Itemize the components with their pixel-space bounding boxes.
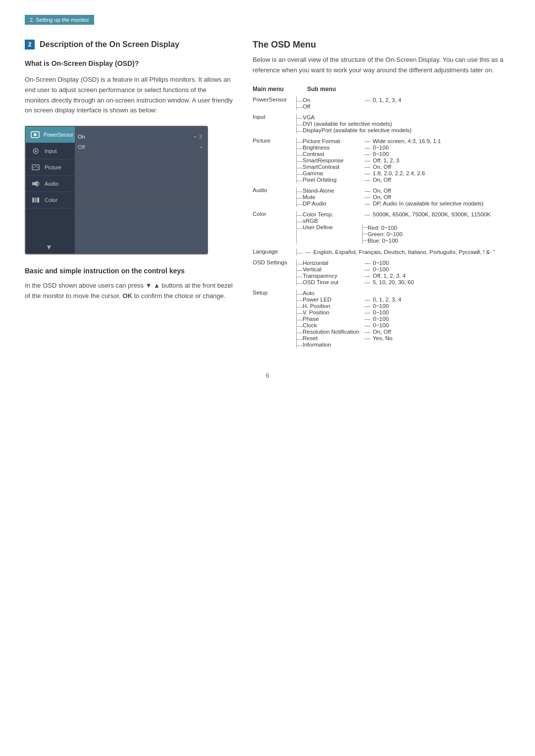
color-blue-row: Blue: 0~100	[363, 238, 403, 244]
color-userdefine-row: User Define Red: 0~100 Green: 0~100	[297, 224, 510, 244]
svg-line-6	[36, 166, 39, 168]
picture-smartresponse-row: SmartResponse — Off, 1, 2, 3	[297, 157, 510, 163]
tree-picture: Picture Picture Format — Wide screen, 4:…	[253, 138, 510, 183]
osd-off-value: •	[200, 144, 202, 150]
osd-horizontal-row: Horizontal — 0~100	[297, 260, 510, 266]
picture-contrast-row: Contrast — 0~100	[297, 151, 510, 157]
picture-smartcontrast-values: On, Off	[373, 164, 391, 170]
picture-smartcontrast-label: SmartContrast	[303, 164, 362, 170]
osd-row-blank3	[78, 166, 202, 173]
osd-horizontal-values: 0~100	[373, 260, 389, 266]
picture-brightness-label: Brightness	[303, 145, 362, 151]
setup-hposition-values: 0~100	[373, 303, 389, 309]
osd-menu-color-label: Color	[45, 197, 57, 203]
osd-settings-branch: Horizontal — 0~100 Vertical — 0~100 Tran…	[296, 259, 510, 286]
tree-input: Input VGA DVI (available for selective m…	[253, 114, 510, 134]
tree-setup: Setup Auto Power LED — 0, 1, 2, 3, 4	[253, 290, 510, 348]
setup-reset-label: Reset	[303, 335, 362, 341]
audio-standalone-row: Stand-Alone — On, Off	[297, 188, 510, 194]
tree-color: Color Color Temp. — 5000K, 6500K, 7500K,…	[253, 211, 510, 245]
audio-mute-row: Mute — On, Off	[297, 194, 510, 200]
osd-off-label: Off	[78, 144, 85, 150]
section-heading: 2 Description of the On Screen Display	[25, 40, 233, 50]
tree-headers: Main menu Sub menu	[253, 86, 510, 93]
powersensor-on-label: On	[303, 97, 362, 103]
powersensor-main-label: PowerSensor	[253, 97, 296, 110]
setup-clock-label: Clock	[303, 322, 362, 328]
color-green-row: Green: 0~100	[363, 231, 403, 237]
setup-auto-row: Auto	[297, 290, 510, 296]
input-dvi-row: DVI (available for selective models)	[297, 121, 510, 127]
svg-line-5	[32, 166, 36, 168]
picture-smartresponse-values: Off, 1, 2, 3	[373, 157, 400, 163]
svg-marker-8	[35, 181, 38, 187]
section-title-text: Description of the On Screen Display	[40, 40, 179, 49]
picture-smartcontrast-row: SmartContrast — On, Off	[297, 164, 510, 170]
osd-transparency-label: Transparency	[303, 273, 362, 279]
audio-icon	[31, 180, 41, 188]
osd-menu-powersensor: PowerSensor	[26, 127, 75, 143]
setup-main-label: Setup	[253, 290, 296, 348]
what-is-title: What is On-Screen Display (OSD)?	[25, 59, 233, 67]
section-number: 2	[25, 40, 35, 50]
input-dvi-label: DVI (available for selective models)	[303, 121, 441, 127]
setup-phase-label: Phase	[303, 316, 362, 322]
osd-menu-color: Color	[26, 192, 75, 208]
page-number: 6	[25, 372, 510, 379]
setup-vposition-label: V. Position	[303, 309, 362, 315]
svg-point-1	[34, 133, 37, 136]
osd-menu-title: The OSD Menu	[253, 40, 510, 50]
instruction-title: Basic and simple instruction on the cont…	[25, 267, 233, 275]
osd-row-blank4	[78, 173, 202, 180]
osd-menu-picture: Picture	[26, 159, 75, 176]
instruction-body: In the OSD shown above users can press ▼…	[25, 281, 233, 302]
picture-pixelorbiting-values: On, Off	[373, 177, 391, 183]
osd-menu-audio: Audio	[26, 176, 75, 192]
setup-branch: Auto Power LED — 0, 1, 2, 3, 4 H. Positi…	[296, 290, 510, 348]
audio-branch: Stand-Alone — On, Off Mute — On, Off DP …	[296, 187, 510, 207]
picture-format-row: Picture Format — Wide screen, 4:3, 16:9,…	[297, 138, 510, 144]
osd-row-blank6	[78, 187, 202, 194]
color-red-label: Red: 0~100	[368, 225, 397, 231]
svg-rect-11	[37, 198, 39, 202]
ok-text: OK	[122, 292, 132, 300]
color-red-row: Red: 0~100	[363, 225, 403, 231]
osd-sidebar: PowerSensor Input	[26, 127, 75, 253]
svg-point-3	[35, 150, 37, 152]
picture-pixelorbiting-label: Pixel Orbiting	[303, 177, 362, 183]
language-values: English, Español, Français, Deutsch, Ita…	[314, 249, 495, 255]
setup-resnot-label: Resolution Notification	[303, 329, 362, 335]
setup-reset-values: Yes, No	[373, 335, 393, 341]
picture-format-label: Picture Format	[303, 138, 362, 144]
setup-hposition-row: H. Position — 0~100	[297, 303, 510, 309]
sub-menu-header: Sub menu	[307, 86, 336, 93]
language-row: — English, Español, Français, Deutsch, I…	[297, 249, 510, 255]
setup-reset-row: Reset — Yes, No	[297, 335, 510, 341]
color-blue-label: Blue: 0~100	[368, 238, 398, 244]
picture-brightness-values: 0~100	[373, 145, 389, 151]
picture-format-values: Wide screen, 4:3, 16:9, 1:1	[373, 138, 441, 144]
color-temp-values: 5000K, 6500K, 7500K, 8200K, 9300K, 11500…	[373, 211, 491, 217]
picture-brightness-row: Brightness — 0~100	[297, 145, 510, 151]
setup-auto-label: Auto	[303, 290, 362, 296]
what-is-body: On-Screen Display (OSD) is a feature in …	[25, 75, 233, 116]
picture-gamma-values: 1.8, 2.0, 2.2, 2.4, 2.6	[373, 170, 426, 176]
page-header: 2. Setting up the monitor	[25, 15, 94, 25]
color-main-label: Color	[253, 211, 296, 245]
osd-row-blank7	[78, 194, 202, 201]
setup-hposition-label: H. Position	[303, 303, 362, 309]
main-menu-header: Main menu	[253, 86, 296, 93]
picture-contrast-label: Contrast	[303, 151, 362, 157]
osd-settings-main-label: OSD Settings	[253, 259, 296, 286]
setup-vposition-values: 0~100	[373, 309, 389, 315]
color-userdefine-label: User Define	[303, 224, 362, 230]
color-srgb-row: sRGB	[297, 218, 510, 224]
h-connector	[297, 101, 303, 101]
input-dp-row: DisplayPort (available for selective mod…	[297, 127, 510, 133]
svg-rect-9	[32, 198, 34, 202]
tree-audio: Audio Stand-Alone — On, Off Mute — On, O…	[253, 187, 510, 207]
color-srgb-label: sRGB	[303, 218, 362, 224]
audio-standalone-values: On, Off	[373, 188, 391, 194]
audio-dp-row: DP Audio — DP, Audio In (available for s…	[297, 201, 510, 206]
audio-dp-values: DP, Audio In (available for selective mo…	[373, 201, 484, 206]
